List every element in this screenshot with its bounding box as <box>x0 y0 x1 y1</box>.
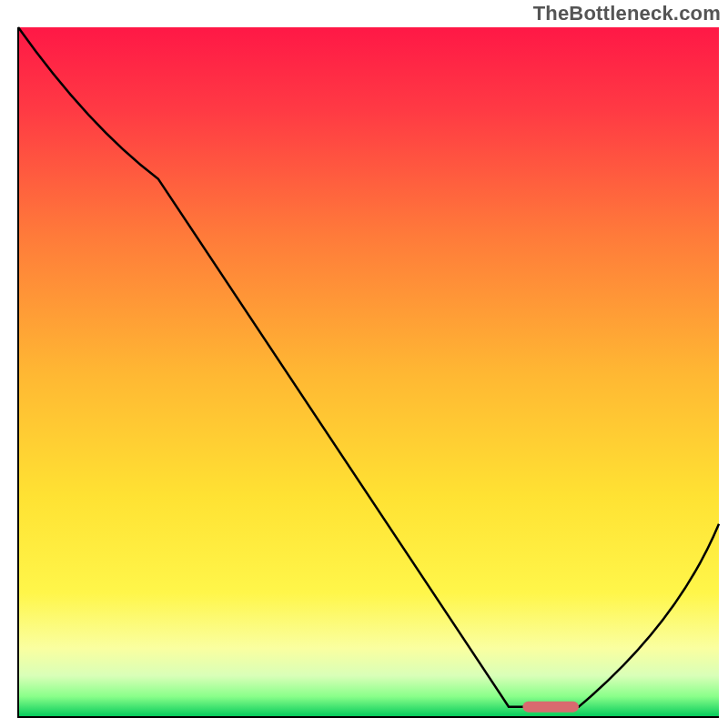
bottleneck-chart: TheBottleneck.com <box>0 0 728 728</box>
chart-svg <box>0 0 728 728</box>
watermark-text: TheBottleneck.com <box>533 2 721 25</box>
optimal-marker <box>522 702 579 713</box>
gradient-background <box>18 27 719 717</box>
